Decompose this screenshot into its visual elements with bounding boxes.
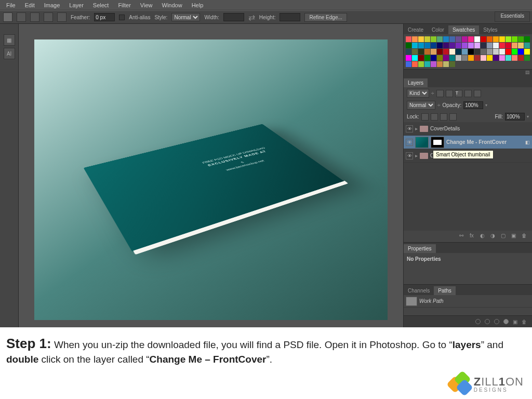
menu-select[interactable]: Select [89,1,113,9]
swatch[interactable] [493,55,499,61]
link-layers-icon[interactable]: ⚯ [459,233,467,240]
swatch[interactable] [493,36,499,42]
antialias-checkbox[interactable] [119,15,125,20]
swatch[interactable] [499,55,505,61]
tab-channels[interactable]: Channels [404,286,434,295]
swatch[interactable] [449,43,455,48]
swatch[interactable] [493,49,499,55]
swatch[interactable] [506,55,511,61]
swatch[interactable] [418,43,424,48]
lock-transparent-icon[interactable] [421,113,429,121]
swatch[interactable] [431,61,436,67]
tab-color[interactable]: Color [428,25,448,34]
style-select[interactable]: Normal [171,13,200,21]
workspace-switcher[interactable]: Essentials [495,11,530,22]
swatch[interactable] [449,55,455,61]
swatch[interactable] [418,49,424,55]
swatch[interactable] [431,36,436,42]
tab-paths[interactable]: Paths [434,286,456,295]
tab-styles[interactable]: Styles [479,25,501,34]
height-input[interactable] [280,13,300,21]
swatch[interactable] [474,36,480,42]
dot-icon[interactable] [494,319,499,324]
swatch[interactable] [449,61,455,67]
swatch[interactable] [499,43,505,48]
swatch[interactable] [424,49,430,55]
layer-row-frontcover[interactable]: 👁 Change Me - FrontCover ◧ [404,136,532,149]
swatch[interactable] [412,61,418,67]
filter-adjust-icon[interactable] [446,90,453,97]
blend-mode-select[interactable]: Normal [407,101,435,110]
smart-object-thumbnail[interactable] [415,137,429,148]
swatch[interactable] [449,49,455,55]
fill-input[interactable] [505,113,525,121]
refine-edge-button[interactable]: Refine Edge... [304,13,347,22]
swatch[interactable] [512,36,517,42]
marquee-tool-icon[interactable] [3,12,12,22]
swatch[interactable] [424,36,430,42]
swatch[interactable] [506,43,511,48]
icon-subtract-selection[interactable] [44,12,53,22]
swatch[interactable] [412,36,418,42]
swatch[interactable] [481,43,486,48]
swatch[interactable] [518,55,524,61]
swatch[interactable] [481,55,486,61]
swatch[interactable] [437,55,443,61]
menu-help[interactable]: Help [188,1,208,9]
swatch[interactable] [524,36,530,42]
swatch[interactable] [474,43,480,48]
tab-properties[interactable]: Properties [404,244,436,253]
swatch[interactable] [456,43,461,48]
layer-kind-select[interactable]: Kind [407,89,429,98]
swatch[interactable] [524,43,530,48]
swatch[interactable] [412,55,418,61]
swatch[interactable] [406,36,411,42]
swatch[interactable] [437,43,443,48]
lock-position-icon[interactable] [440,113,447,121]
canvas-area[interactable]: FREE PSD MOCK-UP DOWNLOAD EXCLUSIVELY MA… [19,24,403,327]
swatch[interactable] [449,36,455,42]
swatch[interactable] [462,43,468,48]
layer-mask-icon[interactable]: ◐ [480,233,487,240]
icon-new-selection[interactable] [17,12,26,22]
icon-intersect-selection[interactable] [57,12,66,22]
swatch[interactable] [418,55,424,61]
swatch[interactable] [456,55,461,61]
swatch[interactable] [443,55,449,61]
swatch[interactable] [418,36,424,42]
filter-pixel-icon[interactable] [436,90,444,97]
swatch[interactable] [437,49,443,55]
filter-shape-icon[interactable] [464,90,472,97]
new-group-icon[interactable]: ▢ [501,233,508,240]
swatch[interactable] [462,55,468,61]
dot-icon[interactable] [503,319,509,324]
swatch[interactable] [456,36,461,42]
swatch[interactable] [512,49,517,55]
swatch[interactable] [406,61,411,67]
swatch[interactable] [481,36,486,42]
swatch[interactable] [481,49,486,55]
swatch[interactable] [518,36,524,42]
swatch[interactable] [424,61,430,67]
swatch[interactable] [487,36,493,42]
swatch[interactable] [443,36,449,42]
swatch[interactable] [431,55,436,61]
swatch[interactable] [499,49,505,55]
lock-all-icon[interactable] [449,113,457,121]
swatch[interactable] [437,36,443,42]
visibility-icon[interactable]: 👁 [406,152,413,159]
filter-type-icon[interactable]: T [455,90,462,97]
swatch[interactable] [424,55,430,61]
feather-input[interactable] [94,13,115,21]
swatch[interactable] [499,36,505,42]
swatch[interactable] [474,49,480,55]
swatch[interactable] [443,43,449,48]
panel-menu-icon[interactable]: ▤ [525,70,530,77]
layer-row-coverdetails[interactable]: 👁 ▸ CoverDetails [404,122,532,136]
swatch[interactable] [524,55,530,61]
lock-pixels-icon[interactable] [431,113,438,121]
swatch[interactable] [487,55,493,61]
menu-view[interactable]: View [136,1,157,9]
swatch[interactable] [412,43,418,48]
menu-image[interactable]: Image [40,1,64,9]
